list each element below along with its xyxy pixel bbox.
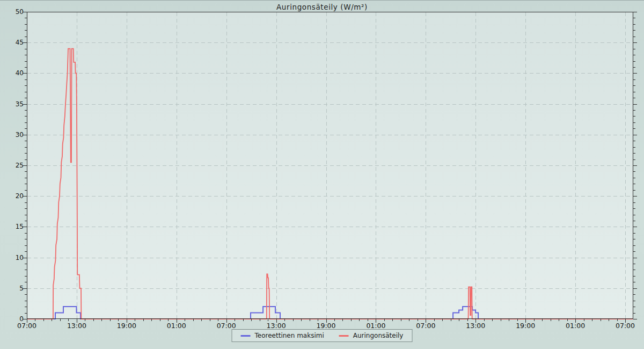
y-tick-label: 5 — [0, 285, 24, 292]
legend-label: Auringonsäteily — [353, 332, 404, 339]
x-tick-label: 01:00 — [159, 322, 194, 330]
x-tick-label: 19:00 — [508, 322, 543, 330]
y-tick-label: 40 — [0, 69, 24, 77]
x-tick-label: 19:00 — [309, 322, 343, 330]
x-tick-label: 13:00 — [259, 322, 294, 330]
legend-swatch-blue-line — [241, 335, 251, 337]
x-tick-label: 01:00 — [558, 322, 592, 330]
y-tick-label: 50 — [0, 8, 24, 16]
legend-item-auringonsateily: Auringonsäteily — [339, 332, 404, 339]
x-tick-label: 19:00 — [109, 322, 144, 330]
y-tick-label: 10 — [0, 254, 24, 261]
y-tick-label: 20 — [0, 192, 24, 200]
x-tick-label: 01:00 — [358, 322, 393, 330]
x-tick-label: 07:00 — [10, 322, 44, 330]
y-tick-label: 15 — [0, 223, 24, 230]
legend-label: Teoreettinen maksimi — [255, 332, 324, 339]
x-tick-label: 13:00 — [458, 322, 493, 330]
x-tick-label: 07:00 — [209, 322, 244, 330]
x-tick-label: 07:00 — [608, 322, 642, 330]
y-tick-label: 35 — [0, 100, 24, 108]
x-tick-label: 13:00 — [60, 322, 94, 330]
y-tick-label: 45 — [0, 39, 24, 46]
legend-swatch-red-line — [339, 335, 349, 337]
y-tick-label: 30 — [0, 131, 24, 139]
chart-plot-area — [0, 0, 644, 349]
x-tick-label: 07:00 — [408, 322, 443, 330]
legend-box: Teoreettinen maksimi Auringonsäteily — [232, 329, 413, 342]
legend-item-teoreettinen-maksimi: Teoreettinen maksimi — [241, 332, 324, 339]
y-tick-label: 25 — [0, 162, 24, 169]
